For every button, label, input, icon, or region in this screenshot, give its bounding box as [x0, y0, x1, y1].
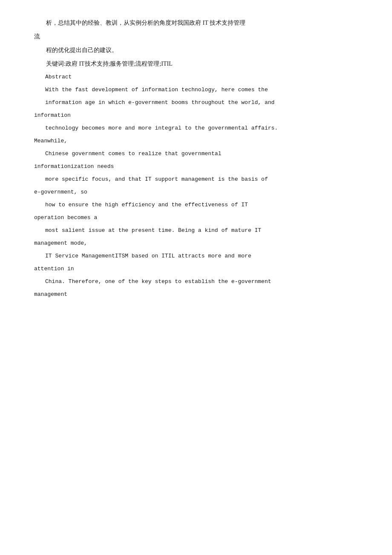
- para-abstract-7: IT Service ManagementITSM based on ITIL …: [34, 251, 358, 275]
- text-line-20: attention in: [34, 263, 358, 275]
- text-line-18: management mode,: [34, 238, 358, 249]
- text-line-5: Abstract: [34, 72, 358, 83]
- text-line-4: 关键词:政府 IT技术支持;服务管理;流程管理;ITIL: [34, 58, 358, 70]
- text-line-12: informationization needs: [34, 161, 358, 172]
- text-line-9: technology becomes more and more integra…: [34, 123, 358, 134]
- text-line-14: e-government, so: [34, 187, 358, 198]
- page-content: 析，总结其中的经验、教训，从实例分析的角度对我国政府 IT 技术支持管理 流 程…: [0, 0, 392, 319]
- text-line-16: operation becomes a: [34, 212, 358, 223]
- text-line-1: 析，总结其中的经验、教训，从实例分析的角度对我国政府 IT 技术支持管理: [34, 17, 358, 29]
- para-keywords: 关键词:政府 IT技术支持;服务管理;流程管理;ITIL: [34, 58, 358, 70]
- text-line-7: information age in which e-government bo…: [34, 97, 358, 108]
- text-line-11: Chinese government comes to realize that…: [34, 148, 358, 159]
- text-line-15: how to ensure the high efficiency and th…: [34, 199, 358, 211]
- text-line-8: information: [34, 110, 358, 121]
- para-abstract-5: how to ensure the high efficiency and th…: [34, 199, 358, 223]
- para-abstract-8: China. Therefore, one of the key steps t…: [34, 276, 358, 300]
- para-2: 程的优化提出自己的建议。: [34, 44, 358, 56]
- text-line-6: With the fast development of information…: [34, 84, 358, 95]
- para-abstract-label: Abstract: [34, 72, 358, 83]
- para-1: 析，总结其中的经验、教训，从实例分析的角度对我国政府 IT 技术支持管理 流: [34, 17, 358, 43]
- text-line-19: IT Service ManagementITSM based on ITIL …: [34, 251, 358, 262]
- para-abstract-3: Chinese government comes to realize that…: [34, 148, 358, 172]
- para-abstract-6: most salient issue at the present time. …: [34, 225, 358, 249]
- para-abstract-1: With the fast development of information…: [34, 84, 358, 121]
- para-abstract-2: technology becomes more and more integra…: [34, 123, 358, 147]
- text-line-10: Meanwhile,: [34, 136, 358, 147]
- text-line-13: more specific focus, and that IT support…: [34, 174, 358, 185]
- text-line-22: management: [34, 289, 358, 300]
- text-line-2: 流: [34, 31, 358, 43]
- text-line-21: China. Therefore, one of the key steps t…: [34, 276, 358, 287]
- text-line-3: 程的优化提出自己的建议。: [34, 44, 358, 56]
- text-line-17: most salient issue at the present time. …: [34, 225, 358, 236]
- para-abstract-4: more specific focus, and that IT support…: [34, 174, 358, 198]
